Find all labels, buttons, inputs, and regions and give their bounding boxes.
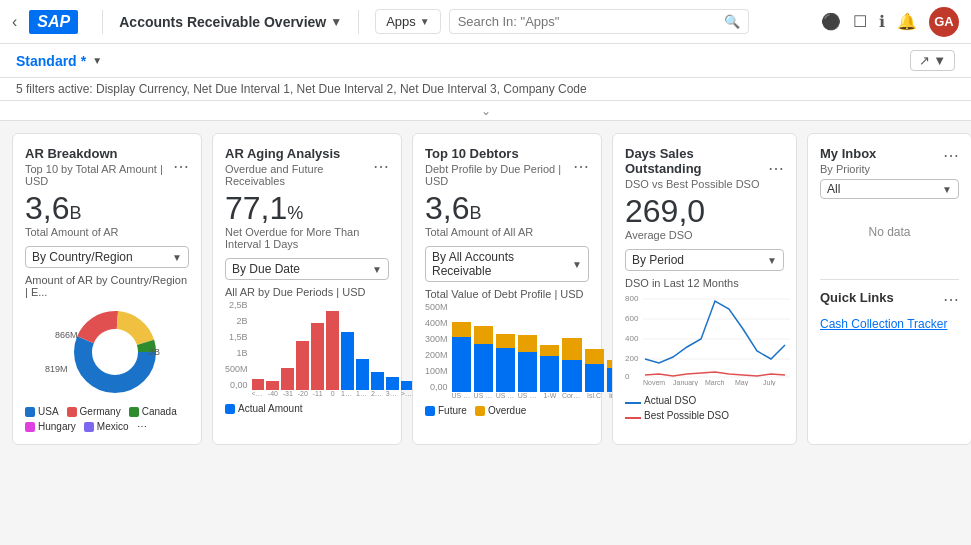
top-debtors-chart: 500M400M300M200M100M0,00 (425, 302, 589, 399)
sub-header: Standard* ▼ ↗ ▼ (0, 44, 971, 78)
dso-chart-label: DSO in Last 12 Months (625, 277, 784, 289)
dso-metric: 269,0 (625, 194, 784, 229)
inbox-no-data: No data (820, 205, 959, 259)
apps-button[interactable]: Apps ▼ (375, 9, 441, 34)
dso-line-chart: 800 600 400 200 0 Novem January March (625, 291, 784, 389)
export-button[interactable]: ↗ ▼ (910, 50, 955, 71)
bar-chart (252, 300, 414, 390)
ar-aging-card: AR Aging Analysis Overdue and Future Rec… (212, 133, 402, 445)
dropdown-chevron: ▼ (942, 184, 952, 195)
top-debtors-metric: 3,6B (425, 191, 589, 226)
bar-item (296, 341, 309, 391)
legend-hungary: Hungary (25, 421, 76, 432)
bar-item (281, 368, 294, 391)
bell-icon[interactable]: 🔔 (897, 12, 917, 31)
top-debtors-chart-label: Total Value of Debt Profile | USD (425, 288, 589, 300)
top-debtors-metric-sub: Total Amount of All AR (425, 226, 589, 238)
bar-item (266, 381, 279, 390)
dropdown-chevron: ▼ (372, 264, 382, 275)
ar-breakdown-title: AR Breakdown (25, 146, 173, 161)
nav-icons: ⚫ ☐ ℹ 🔔 GA (821, 7, 959, 37)
info-icon[interactable]: ℹ (879, 12, 885, 31)
dropdown-chevron: ▼ (767, 255, 777, 266)
svg-text:3B: 3B (149, 347, 160, 357)
top-debtors-card: Top 10 Debtors Debt Profile by Due Perio… (412, 133, 602, 445)
dropdown-chevron: ▼ (572, 259, 582, 270)
user-avatar[interactable]: GA (929, 7, 959, 37)
legend-mexico: Mexico (84, 421, 129, 432)
nav-divider (102, 10, 103, 34)
ar-breakdown-subtitle: Top 10 by Total AR Amount | USD (25, 163, 173, 187)
app-title: Accounts Receivable Overview ▼ (119, 14, 342, 30)
legend-more: ⋯ (137, 421, 147, 432)
legend-overdue: Overdue (475, 405, 526, 416)
help-icon[interactable]: ⚫ (821, 12, 841, 31)
y-axis-debtors: 500M400M300M200M100M0,00 (425, 302, 448, 392)
dso-card: Days Sales Outstanding DSO vs Best Possi… (612, 133, 797, 445)
legend-actual-dso: Actual DSO (625, 395, 696, 406)
dso-subtitle: DSO vs Best Possible DSO (625, 178, 768, 190)
svg-text:200: 200 (625, 354, 639, 363)
svg-text:600: 600 (625, 314, 639, 323)
nav-divider-2 (358, 10, 359, 34)
dso-title: Days Sales Outstanding (625, 146, 768, 176)
quick-links-menu[interactable]: ⋯ (943, 290, 959, 309)
bar-item (311, 323, 324, 391)
dso-header: Days Sales Outstanding DSO vs Best Possi… (625, 146, 784, 190)
ar-aging-header: AR Aging Analysis Overdue and Future Rec… (225, 146, 389, 187)
stacked-bar-item (518, 335, 537, 392)
dso-dropdown[interactable]: By Period ▼ (625, 249, 784, 271)
dso-metric-sub: Average DSO (625, 229, 784, 241)
legend-future: Future (425, 405, 467, 416)
back-button[interactable]: ‹ (12, 13, 17, 31)
legend-best-dso: Best Possible DSO (625, 410, 729, 421)
svg-text:Novem: Novem (643, 379, 665, 386)
stacked-bar-item (452, 322, 471, 392)
ar-breakdown-metric-sub: Total Amount of AR (25, 226, 189, 238)
stacked-bar-item (474, 326, 493, 392)
ar-breakdown-card: AR Breakdown Top 10 by Total AR Amount |… (12, 133, 202, 445)
top-debtors-title: Top 10 Debtors (425, 146, 573, 161)
view-title: Standard* ▼ (16, 53, 102, 69)
quick-link-cash[interactable]: Cash Collection Tracker (820, 315, 959, 333)
ar-aging-subtitle: Overdue and Future Receivables (225, 163, 373, 187)
inbox-menu[interactable]: ⋯ (943, 146, 959, 165)
ar-aging-title: AR Aging Analysis (225, 146, 373, 161)
collapse-bar[interactable]: ⌄ (0, 101, 971, 121)
bar-item (326, 311, 339, 390)
top-navigation: ‹ SAP Accounts Receivable Overview ▼ App… (0, 0, 971, 44)
bar-item (252, 379, 265, 390)
bar-item (341, 332, 354, 391)
dashboard: AR Breakdown Top 10 by Total AR Amount |… (0, 121, 971, 457)
inbox-card: My Inbox By Priority ⋯ All ▼ No data Qui… (807, 133, 971, 445)
top-debtors-subtitle: Debt Profile by Due Period | USD (425, 163, 573, 187)
svg-text:January: January (673, 379, 698, 386)
legend-usa: USA (25, 406, 59, 417)
inbox-filter-dropdown[interactable]: All ▼ (820, 179, 959, 199)
bar-item (371, 372, 384, 390)
top-debtors-menu[interactable]: ⋯ (573, 157, 589, 176)
svg-text:400: 400 (625, 334, 639, 343)
quick-links-section: Quick Links ⋯ Cash Collection Tracker (820, 279, 959, 333)
svg-text:March: March (705, 379, 725, 386)
dropdown-chevron: ▼ (172, 252, 182, 263)
svg-text:July: July (763, 379, 776, 386)
svg-point-4 (93, 330, 137, 374)
search-input[interactable] (458, 14, 718, 29)
ar-aging-chart: 2,5B2B1,5B1B500M0,00 < -40 (225, 300, 389, 397)
search-icon: 🔍 (724, 14, 740, 29)
svg-text:0: 0 (625, 372, 630, 381)
dso-menu[interactable]: ⋯ (768, 159, 784, 178)
ar-breakdown-dropdown[interactable]: By Country/Region ▼ (25, 246, 189, 268)
legend-actual: Actual Amount (225, 403, 302, 414)
top-debtors-dropdown[interactable]: By All Accounts Receivable ▼ (425, 246, 589, 282)
svg-text:866M: 866M (55, 330, 78, 340)
ar-aging-dropdown[interactable]: By Due Date ▼ (225, 258, 389, 280)
collapse-icon: ⌄ (481, 104, 491, 118)
donut-chart: 866M 819M 3B (37, 300, 177, 400)
ar-aging-chart-label: All AR by Due Periods | USD (225, 286, 389, 298)
chat-icon[interactable]: ☐ (853, 12, 867, 31)
legend-canada: Canada (129, 406, 177, 417)
ar-aging-menu[interactable]: ⋯ (373, 157, 389, 176)
ar-breakdown-menu[interactable]: ⋯ (173, 157, 189, 176)
